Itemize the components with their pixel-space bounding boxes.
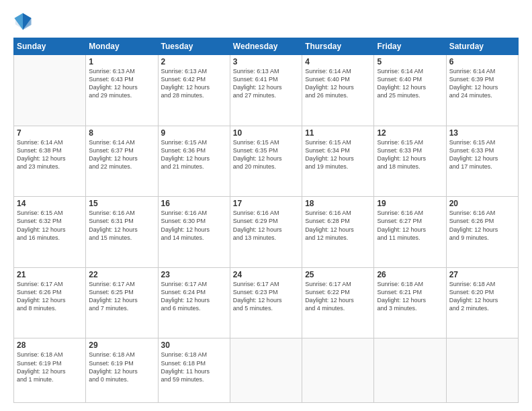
day-number: 3 <box>233 57 299 66</box>
day-info: Sunrise: 6:18 AM Sunset: 6:21 PM Dayligh… <box>377 280 443 313</box>
logo-icon <box>13 12 32 31</box>
calendar-header-thursday: Thursday <box>302 38 374 55</box>
day-number: 9 <box>161 128 227 138</box>
calendar-cell: 26Sunrise: 6:18 AM Sunset: 6:21 PM Dayli… <box>374 267 446 338</box>
calendar-header-tuesday: Tuesday <box>158 38 230 55</box>
day-number: 7 <box>17 128 83 138</box>
calendar-cell: 6Sunrise: 6:14 AM Sunset: 6:39 PM Daylig… <box>446 55 518 126</box>
header <box>13 12 519 31</box>
calendar-cell: 3Sunrise: 6:13 AM Sunset: 6:41 PM Daylig… <box>230 55 302 126</box>
day-number: 8 <box>89 128 154 138</box>
calendar-cell: 8Sunrise: 6:14 AM Sunset: 6:37 PM Daylig… <box>86 126 158 197</box>
calendar-cell: 23Sunrise: 6:17 AM Sunset: 6:24 PM Dayli… <box>158 267 230 338</box>
calendar-header-friday: Friday <box>374 38 446 55</box>
calendar-cell <box>14 55 86 126</box>
calendar-header-saturday: Saturday <box>446 38 518 55</box>
day-number: 27 <box>449 270 515 279</box>
day-number: 25 <box>305 270 371 279</box>
day-number: 11 <box>305 128 371 138</box>
calendar-cell: 24Sunrise: 6:17 AM Sunset: 6:23 PM Dayli… <box>230 267 302 338</box>
calendar-cell: 25Sunrise: 6:17 AM Sunset: 6:22 PM Dayli… <box>302 267 374 338</box>
day-number: 22 <box>89 270 154 279</box>
day-info: Sunrise: 6:17 AM Sunset: 6:22 PM Dayligh… <box>305 280 371 313</box>
day-number: 29 <box>89 340 154 350</box>
calendar-cell: 21Sunrise: 6:17 AM Sunset: 6:26 PM Dayli… <box>14 267 86 338</box>
calendar-cell: 28Sunrise: 6:18 AM Sunset: 6:19 PM Dayli… <box>14 338 86 403</box>
day-info: Sunrise: 6:14 AM Sunset: 6:38 PM Dayligh… <box>17 138 83 171</box>
day-number: 17 <box>233 199 299 208</box>
day-info: Sunrise: 6:13 AM Sunset: 6:42 PM Dayligh… <box>161 67 227 100</box>
day-info: Sunrise: 6:13 AM Sunset: 6:43 PM Dayligh… <box>89 67 154 100</box>
day-info: Sunrise: 6:18 AM Sunset: 6:19 PM Dayligh… <box>17 351 83 383</box>
day-info: Sunrise: 6:16 AM Sunset: 6:31 PM Dayligh… <box>89 209 154 242</box>
day-info: Sunrise: 6:18 AM Sunset: 6:19 PM Dayligh… <box>89 351 154 383</box>
day-number: 26 <box>377 270 443 279</box>
day-info: Sunrise: 6:14 AM Sunset: 6:37 PM Dayligh… <box>89 138 154 171</box>
calendar-header-monday: Monday <box>86 38 158 55</box>
calendar-week-1: 1Sunrise: 6:13 AM Sunset: 6:43 PM Daylig… <box>14 55 519 126</box>
calendar-week-3: 14Sunrise: 6:15 AM Sunset: 6:32 PM Dayli… <box>14 197 519 268</box>
day-number: 10 <box>233 128 299 138</box>
day-number: 1 <box>89 57 154 66</box>
day-info: Sunrise: 6:16 AM Sunset: 6:26 PM Dayligh… <box>449 209 515 242</box>
calendar-cell <box>374 338 446 403</box>
day-info: Sunrise: 6:17 AM Sunset: 6:25 PM Dayligh… <box>89 280 154 313</box>
day-info: Sunrise: 6:17 AM Sunset: 6:26 PM Dayligh… <box>17 280 83 313</box>
day-number: 24 <box>233 270 299 279</box>
day-number: 16 <box>161 199 227 208</box>
day-number: 21 <box>17 270 83 279</box>
calendar-cell: 1Sunrise: 6:13 AM Sunset: 6:43 PM Daylig… <box>86 55 158 126</box>
calendar-cell: 2Sunrise: 6:13 AM Sunset: 6:42 PM Daylig… <box>158 55 230 126</box>
day-info: Sunrise: 6:18 AM Sunset: 6:18 PM Dayligh… <box>161 351 227 383</box>
calendar-cell: 15Sunrise: 6:16 AM Sunset: 6:31 PM Dayli… <box>86 197 158 268</box>
day-info: Sunrise: 6:16 AM Sunset: 6:30 PM Dayligh… <box>161 209 227 242</box>
day-info: Sunrise: 6:13 AM Sunset: 6:41 PM Dayligh… <box>233 67 299 100</box>
day-number: 19 <box>377 199 443 208</box>
calendar-cell: 14Sunrise: 6:15 AM Sunset: 6:32 PM Dayli… <box>14 197 86 268</box>
day-info: Sunrise: 6:15 AM Sunset: 6:33 PM Dayligh… <box>449 138 515 171</box>
calendar-cell: 19Sunrise: 6:16 AM Sunset: 6:27 PM Dayli… <box>374 197 446 268</box>
day-info: Sunrise: 6:14 AM Sunset: 6:40 PM Dayligh… <box>377 67 443 100</box>
day-info: Sunrise: 6:17 AM Sunset: 6:23 PM Dayligh… <box>233 280 299 313</box>
day-number: 18 <box>305 199 371 208</box>
calendar-cell: 20Sunrise: 6:16 AM Sunset: 6:26 PM Dayli… <box>446 197 518 268</box>
calendar-cell: 29Sunrise: 6:18 AM Sunset: 6:19 PM Dayli… <box>86 338 158 403</box>
calendar-header-row: SundayMondayTuesdayWednesdayThursdayFrid… <box>14 38 519 55</box>
calendar-cell: 9Sunrise: 6:15 AM Sunset: 6:36 PM Daylig… <box>158 126 230 197</box>
day-info: Sunrise: 6:15 AM Sunset: 6:33 PM Dayligh… <box>377 138 443 171</box>
day-info: Sunrise: 6:14 AM Sunset: 6:40 PM Dayligh… <box>305 67 371 100</box>
day-number: 2 <box>161 57 227 66</box>
day-info: Sunrise: 6:15 AM Sunset: 6:32 PM Dayligh… <box>17 209 83 242</box>
calendar-cell: 11Sunrise: 6:15 AM Sunset: 6:34 PM Dayli… <box>302 126 374 197</box>
day-info: Sunrise: 6:16 AM Sunset: 6:29 PM Dayligh… <box>233 209 299 242</box>
calendar-table: SundayMondayTuesdayWednesdayThursdayFrid… <box>13 38 519 403</box>
calendar-cell: 27Sunrise: 6:18 AM Sunset: 6:20 PM Dayli… <box>446 267 518 338</box>
day-number: 28 <box>17 340 83 350</box>
calendar-cell: 5Sunrise: 6:14 AM Sunset: 6:40 PM Daylig… <box>374 55 446 126</box>
calendar-cell: 13Sunrise: 6:15 AM Sunset: 6:33 PM Dayli… <box>446 126 518 197</box>
day-number: 15 <box>89 199 154 208</box>
day-info: Sunrise: 6:15 AM Sunset: 6:35 PM Dayligh… <box>233 138 299 171</box>
day-number: 6 <box>449 57 515 66</box>
calendar-cell: 22Sunrise: 6:17 AM Sunset: 6:25 PM Dayli… <box>86 267 158 338</box>
day-number: 4 <box>305 57 371 66</box>
day-info: Sunrise: 6:14 AM Sunset: 6:39 PM Dayligh… <box>449 67 515 100</box>
calendar-cell <box>230 338 302 403</box>
day-number: 14 <box>17 199 83 208</box>
day-info: Sunrise: 6:16 AM Sunset: 6:28 PM Dayligh… <box>305 209 371 242</box>
page: SundayMondayTuesdayWednesdayThursdayFrid… <box>0 0 532 411</box>
calendar-cell: 12Sunrise: 6:15 AM Sunset: 6:33 PM Dayli… <box>374 126 446 197</box>
calendar-week-2: 7Sunrise: 6:14 AM Sunset: 6:38 PM Daylig… <box>14 126 519 197</box>
calendar-header-sunday: Sunday <box>14 38 86 55</box>
calendar-cell: 7Sunrise: 6:14 AM Sunset: 6:38 PM Daylig… <box>14 126 86 197</box>
day-number: 30 <box>161 340 227 350</box>
day-info: Sunrise: 6:16 AM Sunset: 6:27 PM Dayligh… <box>377 209 443 242</box>
day-number: 13 <box>449 128 515 138</box>
day-info: Sunrise: 6:17 AM Sunset: 6:24 PM Dayligh… <box>161 280 227 313</box>
day-number: 23 <box>161 270 227 279</box>
calendar-cell: 4Sunrise: 6:14 AM Sunset: 6:40 PM Daylig… <box>302 55 374 126</box>
calendar-header-wednesday: Wednesday <box>230 38 302 55</box>
day-number: 20 <box>449 199 515 208</box>
logo <box>13 12 36 31</box>
calendar-week-5: 28Sunrise: 6:18 AM Sunset: 6:19 PM Dayli… <box>14 338 519 403</box>
